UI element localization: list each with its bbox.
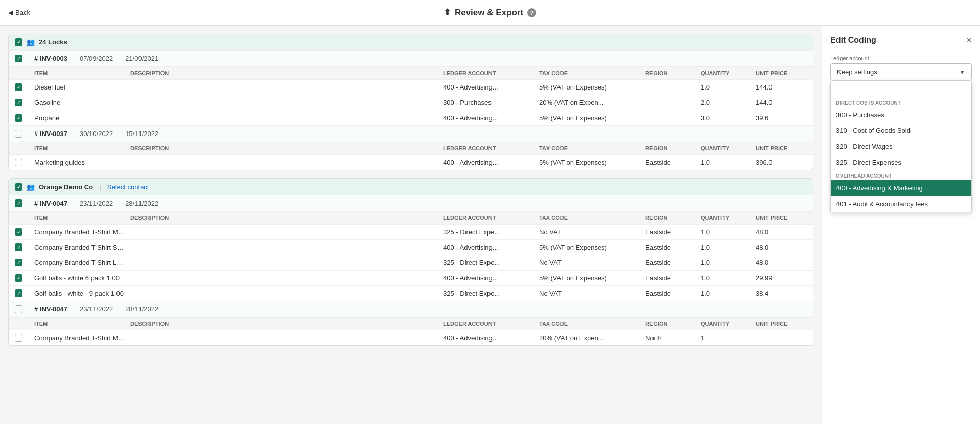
table-row: Company Branded T-Shirt Medium Black 1.0… (9, 330, 813, 345)
price-cell: 396.0 (756, 159, 807, 166)
dropdown-item-320[interactable]: 320 - Direct Wages (831, 139, 971, 154)
row-checkbox[interactable] (15, 114, 22, 122)
ledger-cell: 400 - Advertising... (443, 114, 535, 122)
tax-cell: 5% (VAT on Expenses) (539, 274, 641, 282)
contact-name: 24 Locks (39, 38, 67, 46)
col-header-quantity: Quantity (701, 215, 752, 221)
table-header: ItemDescriptionLedger AccountTax CodeReg… (9, 212, 813, 225)
item-cell: Company Branded T-Shirt Small Black 1.00 (34, 243, 126, 251)
item-cell: Diesel fuel (34, 83, 126, 91)
pipe-separator: | (99, 183, 101, 191)
region-cell: Eastside (645, 289, 696, 297)
price-cell: 29.99 (756, 274, 807, 282)
invoice-checkbox-INV-0037[interactable] (15, 130, 22, 138)
dropdown-list: Direct Costs account300 - Purchases310 -… (830, 80, 972, 212)
invoice-block-INV-0047-a: # INV-004723/11/202228/11/2022ItemDescri… (9, 195, 813, 301)
row-checkbox[interactable] (15, 228, 22, 236)
table-row: Propane400 - Advertising...5% (VAT on Ex… (9, 110, 813, 125)
invoice-info: # INV-004723/11/202228/11/2022 (34, 199, 662, 207)
ledger-dropdown[interactable]: Keep settings ▼ (830, 63, 972, 80)
item-cell: Golf balls - white - 9 pack 1.00 (34, 289, 126, 297)
select-contact-link[interactable]: Select contact (107, 183, 149, 191)
item-cell: Company Branded T-Shirt Large Black 1.00 (34, 259, 126, 266)
contact-group-orange-demo-co: 👥Orange Demo Co|Select contact# INV-0047… (8, 178, 813, 346)
ledger-cell: 400 - Advertising... (443, 274, 535, 282)
row-checkbox[interactable] (15, 159, 22, 166)
ledger-cell: 325 - Direct Expe... (443, 228, 535, 236)
col-header-item: Item (34, 70, 126, 76)
col-header-item: Item (34, 215, 126, 221)
dropdown-item-325[interactable]: 325 - Direct Expenses (831, 154, 971, 170)
row-checkbox[interactable] (15, 99, 22, 106)
row-checkbox[interactable] (15, 243, 22, 251)
col-header-ledger: Ledger Account (443, 145, 535, 151)
col-header-check (15, 215, 30, 221)
dropdown-search-input[interactable] (831, 81, 971, 97)
invoice-header-INV-0037: # INV-003730/10/202215/11/2022 (9, 126, 813, 142)
tax-cell: 20% (VAT on Expen... (539, 334, 641, 342)
panel-title-row: Edit Coding × (830, 36, 972, 45)
ledger-cell: 325 - Direct Expe... (443, 259, 535, 266)
panel-title: Edit Coding (830, 36, 876, 45)
dropdown-item-310[interactable]: 310 - Cost of Goods Sold (831, 123, 971, 139)
invoice-info: # INV-000307/09/202221/09/2021 (34, 55, 662, 62)
contact-group-24-locks: 👥24 Locks# INV-000307/09/202221/09/2021I… (8, 34, 813, 170)
price-cell: 39.6 (756, 114, 807, 122)
table-row: Gasoline300 - Purchases20% (VAT on Expen… (9, 95, 813, 110)
col-header-quantity: Quantity (701, 145, 752, 151)
row-checkbox[interactable] (15, 289, 22, 297)
content-area: 👥24 Locks# INV-000307/09/202221/09/2021I… (0, 26, 822, 424)
invoice-date1: 07/09/2022 (80, 55, 113, 62)
contact-header-24-locks: 👥24 Locks (9, 34, 813, 50)
col-header-unitPrice: Unit Price (756, 321, 807, 327)
row-checkbox[interactable] (15, 334, 22, 342)
qty-cell: 1.0 (701, 243, 752, 251)
item-cell: Marketing guides (34, 159, 126, 166)
people-icon: 👥 (27, 183, 35, 191)
item-cell: Company Branded T-Shirt Medium Black 1.0… (34, 334, 126, 342)
tax-cell: 20% (VAT on Expen... (539, 99, 641, 106)
table-row: Marketing guides400 - Advertising...5% (… (9, 155, 813, 170)
invoice-number: # INV-0047 (34, 305, 67, 313)
price-cell: 144.0 (756, 99, 807, 106)
invoice-checkbox-INV-0003[interactable] (15, 55, 22, 62)
ledger-account-field: Ledger account Keep settings ▼ Direct Co… (830, 55, 972, 212)
back-button[interactable]: ◀ Back (8, 9, 30, 16)
price-cell: 144.0 (756, 83, 807, 91)
help-icon[interactable]: ? (527, 8, 536, 17)
invoice-info: # INV-004723/11/202228/11/2022 (34, 305, 662, 313)
contact-checkbox-24-locks[interactable] (15, 38, 22, 46)
page-title-container: ⬆ Review & Export ? (444, 7, 536, 18)
main-layout: 👥24 Locks# INV-000307/09/202221/09/2021I… (0, 26, 980, 424)
price-cell: 48.0 (756, 228, 807, 236)
row-checkbox[interactable] (15, 83, 22, 91)
invoice-checkbox-INV-0047-a[interactable] (15, 199, 22, 207)
dropdown-item-401[interactable]: 401 - Audit & Accountancy fees (831, 196, 971, 212)
row-checkbox[interactable] (15, 259, 22, 266)
col-header-unitPrice: Unit Price (756, 145, 807, 151)
contact-checkbox-orange-demo-co[interactable] (15, 183, 22, 191)
tax-cell: 5% (VAT on Expenses) (539, 83, 641, 91)
close-panel-button[interactable]: × (966, 36, 972, 45)
invoice-date2: 21/09/2021 (125, 55, 158, 62)
row-checkbox[interactable] (15, 274, 22, 282)
col-header-taxCode: Tax Code (539, 70, 641, 76)
table-row: Diesel fuel400 - Advertising...5% (VAT o… (9, 80, 813, 95)
region-cell: Eastside (645, 259, 696, 266)
invoice-block-INV-0003: # INV-000307/09/202221/09/2021ItemDescri… (9, 50, 813, 125)
top-bar: ◀ Back ⬆ Review & Export ? (0, 0, 980, 26)
col-header-ledger: Ledger Account (443, 70, 535, 76)
invoice-date2: 28/11/2022 (125, 199, 158, 207)
item-cell: Golf balls - white 6 pack 1.00 (34, 274, 126, 282)
table-header: ItemDescriptionLedger AccountTax CodeReg… (9, 318, 813, 330)
dropdown-item-400[interactable]: 400 - Advertising & Marketing (831, 180, 971, 196)
invoice-checkbox-INV-0047-b[interactable] (15, 305, 22, 313)
col-header-item: Item (34, 321, 126, 327)
invoice-date1: 23/11/2022 (80, 305, 113, 313)
region-cell: North (645, 334, 696, 342)
dropdown-item-300[interactable]: 300 - Purchases (831, 107, 971, 123)
col-header-region: Region (645, 145, 696, 151)
invoice-header-INV-0047-a: # INV-004723/11/202228/11/2022 (9, 195, 813, 212)
dropdown-section-label: Direct Costs account (831, 97, 971, 107)
table-row: Company Branded T-Shirt Large Black 1.00… (9, 255, 813, 271)
